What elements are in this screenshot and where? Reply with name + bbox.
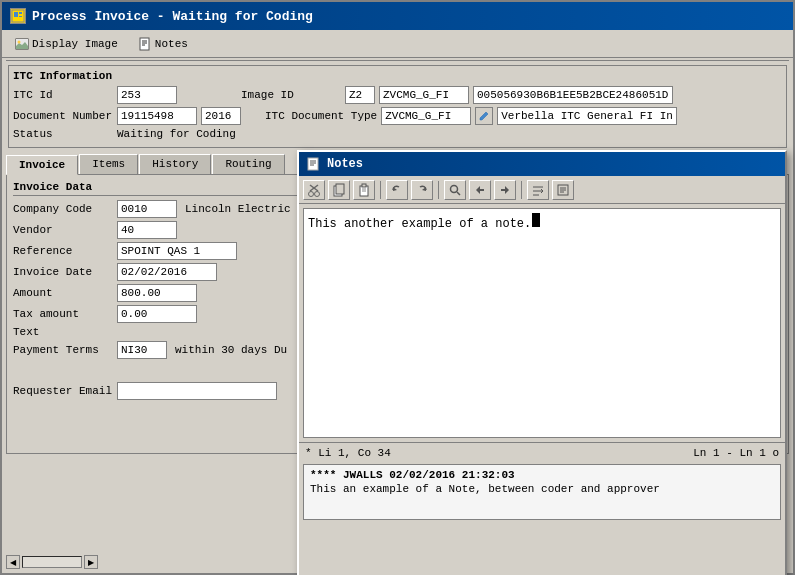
toolbar-separator-2	[438, 181, 439, 199]
paste-button[interactable]	[353, 180, 375, 200]
doc-type-edit-button[interactable]	[475, 107, 493, 125]
svg-marker-25	[393, 187, 397, 191]
image-id-code-field[interactable]	[379, 86, 469, 104]
status-value: Waiting for Coding	[117, 128, 236, 140]
invoice-date-field[interactable]	[117, 263, 217, 281]
format-button[interactable]	[552, 180, 574, 200]
tab-invoice[interactable]: Invoice	[6, 155, 78, 175]
svg-rect-22	[362, 184, 366, 187]
undo-button[interactable]	[386, 180, 408, 200]
toolbar-separator-1	[380, 181, 381, 199]
image-id-long-field[interactable]	[473, 86, 673, 104]
notes-bottom-section: **** JWALLS 02/02/2016 21:32:03 This an …	[303, 464, 781, 520]
toolbar-separator-3	[521, 181, 522, 199]
redo-button[interactable]	[411, 180, 433, 200]
notes-toolbar-icon	[138, 37, 152, 51]
svg-marker-29	[476, 186, 484, 194]
itc-id-row: ITC Id Image ID	[13, 86, 782, 104]
notes-window-icon	[307, 157, 321, 171]
image-icon	[15, 37, 29, 51]
doc-year-field[interactable]	[201, 107, 241, 125]
title-bar: Process Invoice - Waiting for Coding	[2, 2, 793, 30]
notes-status-bar: * Li 1, Co 34 Ln 1 - Ln 1 o	[299, 442, 785, 462]
notes-toolbar-button[interactable]: Notes	[131, 34, 195, 54]
svg-point-27	[451, 185, 458, 192]
notes-title-bar: Notes	[299, 152, 785, 176]
status-row: Status Waiting for Coding	[13, 128, 782, 140]
requester-email-field[interactable]	[117, 382, 277, 400]
notes-modal-title: Notes	[327, 157, 363, 171]
svg-rect-11	[308, 158, 318, 170]
payment-terms-label: Payment Terms	[13, 344, 113, 356]
main-toolbar: Display Image Notes	[2, 30, 793, 58]
svg-point-18	[315, 191, 320, 196]
notes-status-left: * Li 1, Co 34	[305, 447, 391, 459]
image-id-field[interactable]	[345, 86, 375, 104]
doc-number-row: Document Number ITC Document Type	[13, 107, 782, 125]
notes-text-area[interactable]: This another example of a note.	[303, 208, 781, 438]
display-image-label: Display Image	[32, 38, 118, 50]
vendor-label: Vendor	[13, 224, 113, 236]
amount-field[interactable]	[117, 284, 197, 302]
svg-line-28	[457, 192, 460, 195]
itc-section-title: ITC Information	[13, 70, 782, 82]
scroll-bar[interactable]: ◀ ▶	[6, 555, 98, 569]
invoice-date-label: Invoice Date	[13, 266, 113, 278]
tax-amount-field[interactable]	[117, 305, 197, 323]
text-label: Text	[13, 326, 113, 338]
find-prev-button[interactable]	[469, 180, 491, 200]
svg-point-6	[18, 40, 21, 43]
itc-id-field[interactable]	[117, 86, 177, 104]
company-code-label: Company Code	[13, 203, 113, 215]
svg-rect-2	[19, 12, 22, 14]
notes-main-text: This another example of a note.	[308, 217, 531, 231]
svg-rect-1	[14, 12, 18, 17]
find-next-button[interactable]	[494, 180, 516, 200]
requester-email-label: Requester Email	[13, 385, 113, 397]
display-image-button[interactable]: Display Image	[8, 34, 125, 54]
find-button[interactable]	[444, 180, 466, 200]
company-code-field[interactable]	[117, 200, 177, 218]
svg-rect-3	[19, 16, 22, 17]
itc-section: ITC Information ITC Id Image ID Document…	[8, 65, 787, 148]
scroll-thumb	[22, 556, 82, 568]
scroll-right-button[interactable]: ▶	[84, 555, 98, 569]
notes-modal: Notes	[297, 150, 787, 575]
itc-id-label: ITC Id	[13, 89, 113, 101]
doc-type-label: ITC Document Type	[265, 110, 377, 122]
svg-point-17	[309, 191, 314, 196]
svg-rect-7	[140, 38, 149, 50]
tab-items[interactable]: Items	[79, 154, 138, 174]
svg-rect-20	[336, 184, 344, 194]
main-window: Process Invoice - Waiting for Coding Dis…	[0, 0, 795, 575]
doc-type-field[interactable]	[381, 107, 471, 125]
image-id-label: Image ID	[241, 89, 341, 101]
tab-history[interactable]: History	[139, 154, 211, 174]
doc-number-label: Document Number	[13, 110, 113, 122]
reference-label: Reference	[13, 245, 113, 257]
notes-status-right: Ln 1 - Ln 1 o	[693, 447, 779, 459]
doc-type-desc-field[interactable]	[497, 107, 677, 125]
payment-terms-desc: within 30 days Du	[175, 344, 287, 356]
page-title: Process Invoice - Waiting for Coding	[32, 9, 313, 24]
notes-bottom-header: **** JWALLS 02/02/2016 21:32:03	[310, 469, 774, 481]
amount-label: Amount	[13, 287, 113, 299]
reference-field[interactable]	[117, 242, 237, 260]
doc-number-field[interactable]	[117, 107, 197, 125]
text-cursor	[532, 213, 540, 227]
app-icon	[10, 8, 26, 24]
scroll-left-button[interactable]: ◀	[6, 555, 20, 569]
status-label: Status	[13, 128, 113, 140]
tax-amount-label: Tax amount	[13, 308, 113, 320]
notes-toolbar-label: Notes	[155, 38, 188, 50]
tab-routing[interactable]: Routing	[212, 154, 284, 174]
notes-content-line: This another example of a note.	[308, 213, 776, 231]
payment-terms-field[interactable]	[117, 341, 167, 359]
svg-marker-30	[501, 186, 509, 194]
cut-button[interactable]	[303, 180, 325, 200]
vendor-field[interactable]	[117, 221, 177, 239]
svg-marker-26	[422, 187, 426, 191]
notes-toolbar	[299, 176, 785, 204]
copy-button[interactable]	[328, 180, 350, 200]
wrap-button[interactable]	[527, 180, 549, 200]
